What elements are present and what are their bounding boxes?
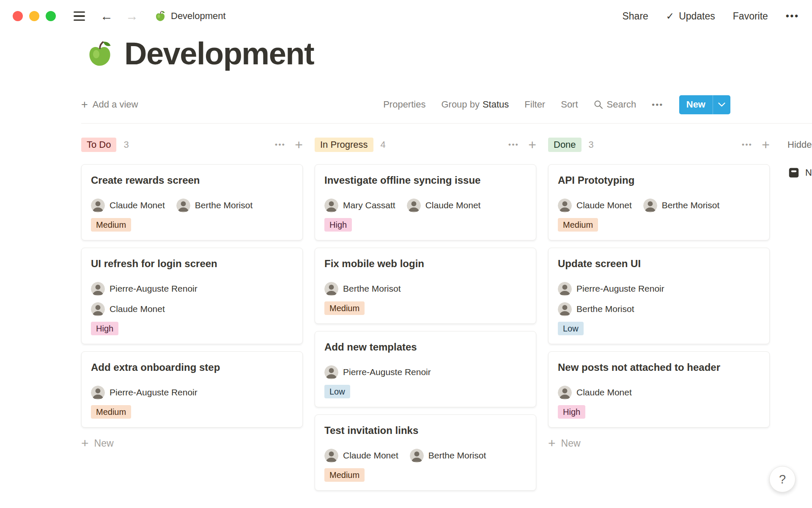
column-more-icon[interactable]: ••• [508,141,519,149]
forward-button[interactable]: → [126,10,138,22]
assignee-row: Claude MonetBerthe Morisot [91,197,293,214]
new-button[interactable]: New [679,95,730,114]
kanban-card[interactable]: Create rewards screenClaude MonetBerthe … [81,164,303,240]
minimize-window-button[interactable] [29,11,39,21]
page-header: Development [85,36,314,72]
filter-button[interactable]: Filter [524,99,545,110]
avatar-berthe-morisot [324,282,338,296]
kanban-card[interactable]: New posts not attached to headerClaude M… [548,351,770,428]
window-titlebar: ← → Development Share ✓ Updates Favorite… [0,0,812,32]
column-status-badge: To Do [81,138,116,152]
assignee-rows: Claude Monet [558,384,760,401]
kanban-card[interactable]: Add extra onboarding stepPierre-Auguste … [81,351,303,428]
assignee-name: Claude Monet [110,200,165,210]
assignee-row: Berthe Morisot [324,280,527,297]
assignee-name: Berthe Morisot [343,284,401,294]
kanban-card[interactable]: UI refresh for login screenPierre-August… [81,248,303,344]
updates-button[interactable]: ✓ Updates [666,11,715,22]
column-more-icon[interactable]: ••• [742,141,752,149]
avatar-claude-monet [558,386,572,400]
avatar-claude-monet [91,302,105,316]
favorite-button[interactable]: Favorite [733,11,768,22]
updates-label: Updates [679,11,715,22]
card-title: API Prototyping [558,173,760,188]
assignee: Berthe Morisot [643,199,720,213]
chevron-down-icon[interactable] [713,102,730,107]
plus-icon: + [81,437,89,450]
card-title: UI refresh for login screen [91,257,293,271]
hidden-group-item[interactable]: N [787,166,812,179]
share-button[interactable]: Share [622,11,648,22]
avatar-claude-monet [407,199,421,213]
assignee-name: Claude Monet [425,200,481,210]
column-add-icon[interactable]: + [528,138,536,152]
hidden-group-label: N [805,167,812,178]
sort-button[interactable]: Sort [561,99,578,110]
toolbar-divider [81,123,812,124]
apple-icon-large[interactable] [85,39,114,68]
back-button[interactable]: ← [100,10,113,22]
card-title: Fix mobile web login [324,257,527,271]
avatar-berthe-morisot [410,449,424,463]
search-icon [594,100,603,109]
kanban-card[interactable]: Fix mobile web loginBerthe MorisotMedium [315,248,536,324]
add-view-label: Add a view [93,99,138,110]
avatar-claude-monet [324,449,338,463]
properties-button[interactable]: Properties [383,99,425,110]
assignee: Berthe Morisot [558,302,634,316]
priority-row: Medium [324,468,527,482]
more-options-icon[interactable]: ••• [786,11,799,22]
toolbar-controls: Properties Group byStatus Filter Sort Se… [383,95,730,114]
assignee-name: Claude Monet [110,304,165,314]
window-controls [13,11,56,21]
assignee-row: Claude MonetBerthe Morisot [558,197,760,214]
group-by-button[interactable]: Group byStatus [441,99,509,110]
column-count: 3 [589,139,594,150]
breadcrumb-doc[interactable]: Development [154,10,226,22]
kanban-card[interactable]: Update screen UIPierre-Auguste RenoirBer… [548,248,770,344]
board-column-in-progress: In Progress4•••+Investigate offline sync… [315,136,536,498]
priority-badge: High [558,405,585,419]
avatar-berthe-morisot [643,199,657,213]
column-status-badge: In Progress [315,138,373,152]
new-card-button[interactable]: +New [81,435,303,452]
column-add-icon[interactable]: + [295,138,303,152]
column-count: 3 [123,139,129,150]
board-column-done: Done3•••+API PrototypingClaude MonetBert… [548,136,770,498]
help-button[interactable]: ? [769,466,796,492]
new-card-label: New [94,438,114,449]
assignee-name: Pierre-Auguste Renoir [110,387,198,398]
toolbar-more-icon[interactable]: ••• [652,100,663,109]
priority-row: High [324,218,527,232]
kanban-card[interactable]: Investigate offline syncing issueMary Ca… [315,164,536,240]
column-count: 4 [381,139,386,150]
assignee: Pierre-Auguste Renoir [558,282,664,296]
kanban-card[interactable]: Test invitation linksClaude MonetBerthe … [315,414,536,491]
close-window-button[interactable] [13,11,23,21]
kanban-card[interactable]: API PrototypingClaude MonetBerthe Moriso… [548,164,770,240]
assignee-name: Pierre-Auguste Renoir [110,284,198,294]
assignee-row: Claude MonetBerthe Morisot [324,447,527,464]
priority-row: High [91,322,293,335]
avatar-pierre-auguste-renoir [558,282,572,296]
sidebar-toggle-icon[interactable] [74,11,85,21]
kanban-card[interactable]: Add new templatesPierre-Auguste RenoirLo… [315,331,536,407]
new-card-button[interactable]: +New [548,435,770,452]
column-add-icon[interactable]: + [762,138,770,152]
search-button[interactable]: Search [594,99,636,110]
page-title: Development [124,36,314,72]
card-title: Create rewards screen [91,173,293,188]
group-by-label: Group by [441,99,480,110]
card-title: New posts not attached to header [558,360,760,375]
priority-badge: Medium [324,301,365,315]
column-header: To Do3•••+ [81,136,303,153]
assignee: Claude Monet [91,302,165,316]
add-view-button[interactable]: + Add a view [81,99,138,110]
assignee-name: Mary Cassatt [343,200,395,210]
zoom-window-button[interactable] [46,11,56,21]
assignee-rows: Pierre-Auguste Renoir [324,364,527,381]
column-more-icon[interactable]: ••• [275,141,285,149]
assignee-row: Claude Monet [91,301,293,318]
priority-row: Low [558,322,760,335]
priority-row: Medium [91,405,293,419]
